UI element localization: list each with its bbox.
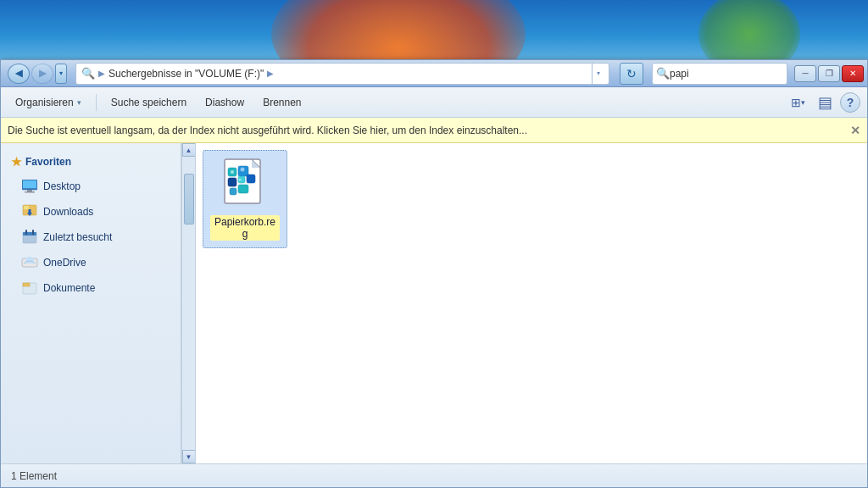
nav-dropdown-button[interactable]: ▾	[55, 64, 67, 84]
search-box[interactable]: 🔍 ✕	[652, 63, 787, 85]
svg-rect-1	[23, 180, 36, 188]
address-arrow2: ▶	[267, 69, 274, 78]
sidebar-item-desktop[interactable]: Desktop	[1, 174, 181, 199]
sidebar-desktop-label: Desktop	[43, 180, 81, 192]
sidebar-item-onedrive[interactable]: OneDrive	[1, 250, 181, 275]
favorites-section-header[interactable]: ★ Favoriten	[1, 150, 181, 174]
title-bar: ◀ ▶ ▾ 🔍 ▶ Suchergebnisse in "VOLUME (F:)…	[1, 60, 867, 87]
favorites-star-icon: ★	[11, 155, 22, 169]
close-button[interactable]: ✕	[842, 65, 864, 82]
view-button[interactable]: ⊞ ▾	[786, 91, 810, 114]
address-dropdown-button[interactable]: ▾	[592, 64, 604, 84]
favorites-label: Favoriten	[25, 156, 71, 168]
info-bar-close-button[interactable]: ✕	[850, 124, 860, 137]
sidebar-scrollbar: ▲ ▼	[181, 143, 195, 463]
scrollbar-track	[183, 157, 195, 450]
svg-point-25	[231, 170, 234, 174]
organize-arrow: ▾	[77, 98, 81, 107]
file-icon-reg	[218, 158, 272, 212]
title-bar-left: ◀ ▶ ▾ 🔍 ▶ Suchergebnisse in "VOLUME (F:)…	[8, 63, 787, 85]
scrollbar-down-button[interactable]: ▼	[182, 450, 196, 463]
recent-icon	[21, 229, 38, 246]
file-label-papierkorb: Papierkorb.reg	[210, 215, 280, 241]
sidebar-onedrive-label: OneDrive	[43, 257, 86, 269]
svg-rect-14	[23, 283, 30, 286]
svg-rect-6	[29, 209, 31, 214]
organize-button[interactable]: Organisieren ▾	[8, 92, 89, 113]
sidebar-downloads-label: Downloads	[43, 206, 93, 218]
svg-rect-5	[24, 206, 29, 209]
scrollbar-thumb[interactable]	[184, 174, 194, 225]
toolbar-separator-1	[96, 94, 97, 111]
sidebar-item-documents[interactable]: Dokumente	[1, 275, 181, 301]
svg-point-27	[239, 179, 242, 181]
save-search-label: Suche speichern	[111, 97, 186, 108]
panel-icon: ▤	[818, 93, 832, 112]
svg-rect-2	[27, 190, 32, 191]
forward-button[interactable]: ▶	[31, 64, 53, 84]
help-button[interactable]: ?	[840, 92, 860, 113]
wallpaper-top	[0, 0, 868, 59]
file-item-papierkorb-reg[interactable]: Papierkorb.reg	[203, 150, 287, 248]
slideshow-button[interactable]: Diashow	[198, 92, 252, 113]
toolbar: Organisieren ▾ Suche speichern Diashow B…	[1, 87, 867, 118]
minimize-button[interactable]: ─	[794, 65, 816, 82]
svg-rect-10	[32, 230, 34, 235]
sidebar-item-recent[interactable]: Zuletzt besucht	[1, 225, 181, 250]
refresh-button[interactable]: ↻	[620, 63, 643, 85]
sidebar-item-downloads[interactable]: Downloads	[1, 199, 181, 225]
content-area: Papierkorb.reg	[196, 143, 867, 463]
back-button[interactable]: ◀	[8, 64, 30, 84]
search-input[interactable]	[670, 68, 797, 80]
onedrive-icon	[21, 254, 38, 271]
address-bar[interactable]: 🔍 ▶ Suchergebnisse in "VOLUME (F:)" ▶ ▾	[75, 63, 609, 85]
explorer-window: ◀ ▶ ▾ 🔍 ▶ Suchergebnisse in "VOLUME (F:)…	[0, 59, 868, 488]
view-icon: ⊞	[791, 96, 801, 109]
svg-rect-3	[25, 191, 35, 193]
window-controls: ─ ❐ ✕	[794, 65, 864, 82]
view-arrow: ▾	[801, 98, 805, 107]
save-search-button[interactable]: Suche speichern	[103, 92, 194, 113]
sidebar-documents-label: Dokumente	[43, 282, 95, 294]
info-bar-message[interactable]: Die Suche ist eventuell langsam, da der …	[8, 125, 527, 136]
address-arrow1: ▶	[98, 69, 105, 78]
status-bar: 1 Element	[1, 463, 867, 487]
toolbar-right: ⊞ ▾ ▤ ?	[786, 91, 860, 114]
sidebar-wrapper: ★ Favoriten Desktop	[1, 143, 196, 463]
info-bar[interactable]: Die Suche ist eventuell langsam, da der …	[1, 118, 867, 143]
burn-button[interactable]: Brennen	[255, 92, 309, 113]
sidebar-recent-label: Zuletzt besucht	[43, 231, 112, 243]
search-icon: 🔍	[656, 67, 670, 80]
scrollbar-up-button[interactable]: ▲	[182, 143, 196, 157]
desktop-icon	[21, 178, 38, 195]
downloads-icon	[21, 203, 38, 220]
status-count: 1 Element	[11, 470, 57, 482]
main-area: ★ Favoriten Desktop	[1, 143, 867, 463]
sidebar: ★ Favoriten Desktop	[1, 143, 181, 463]
wallpaper-green-blob	[698, 0, 800, 59]
burn-label: Brennen	[263, 97, 301, 108]
svg-rect-20	[228, 178, 236, 186]
organize-label: Organisieren	[15, 97, 74, 108]
address-path-text: Suchergebnisse in "VOLUME (F:)"	[108, 68, 264, 80]
svg-rect-22	[247, 175, 255, 183]
nav-buttons: ◀ ▶ ▾	[8, 64, 67, 84]
refresh-icon: ↻	[626, 67, 637, 80]
address-search-icon: 🔍	[81, 67, 95, 80]
svg-rect-9	[25, 230, 27, 235]
svg-point-26	[241, 168, 245, 172]
svg-rect-23	[230, 188, 236, 195]
help-icon: ?	[847, 96, 854, 109]
svg-rect-8	[23, 232, 36, 236]
maximize-button[interactable]: ❐	[818, 65, 840, 82]
slideshow-label: Diashow	[205, 97, 244, 108]
svg-rect-24	[238, 185, 248, 193]
address-content: 🔍 ▶ Suchergebnisse in "VOLUME (F:)" ▶	[81, 67, 592, 80]
panel-button[interactable]: ▤	[813, 91, 837, 114]
documents-icon	[21, 280, 38, 297]
wallpaper-orange-blob	[271, 0, 526, 59]
